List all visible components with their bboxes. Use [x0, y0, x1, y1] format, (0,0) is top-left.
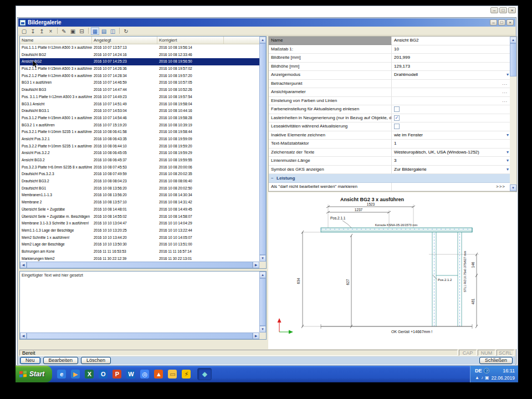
list-item[interactable]: Mem1.1-1.3 Lage der Beschläge2016 10 10 …	[20, 227, 259, 234]
scrollbar-thumb[interactable]	[27, 262, 253, 268]
edit-button[interactable]: Bearbeiten	[43, 357, 79, 364]
list-item[interactable]: Ansicht BG22016 10 07 14:25:232016 10 08…	[20, 58, 259, 65]
property-value[interactable]: ...	[392, 97, 510, 105]
word-icon[interactable]: W	[126, 370, 135, 378]
list-item[interactable]: Pos.3.1.2 Platte t=15mm A500 1 x ausführ…	[20, 115, 259, 122]
checkbox-unchecked[interactable]	[394, 106, 400, 112]
list-item[interactable]: Draufsicht BG12016 10 08 13:56:202016 10…	[20, 185, 259, 192]
ellipsis-button[interactable]: ...	[502, 80, 508, 88]
property-value[interactable]: Drahtmodell▾	[392, 71, 510, 79]
list-item[interactable]: Mem2 Lage der Beschläge2016 10 10 13:50:…	[20, 241, 259, 248]
cad-app-icon[interactable]: ▲	[154, 370, 163, 378]
table-view-icon[interactable]: ▦	[91, 27, 99, 35]
active-task-button[interactable]: ◆	[197, 368, 212, 380]
scrollbar-thumb[interactable]	[259, 43, 266, 255]
list-item[interactable]: Membranen1.1-1.32016 10 08 13:56:202016 …	[20, 192, 259, 199]
property-value[interactable]: 10	[392, 45, 510, 54]
delete-image-icon[interactable]: ×	[47, 27, 55, 35]
scroll-down-icon[interactable]: ▼	[510, 185, 516, 191]
dropdown-arrow-icon[interactable]: ▾	[507, 71, 509, 79]
chrome-icon[interactable]: ◎	[140, 370, 149, 378]
internet-explorer-icon[interactable]: e	[57, 370, 66, 378]
list-horizontal-scrollbar[interactable]: ◀ ▶	[20, 262, 259, 268]
list-item[interactable]: Übersicht Seile + Zugstäbe m. Beschlägen…	[20, 213, 259, 221]
import-image-icon[interactable]: ↧	[29, 27, 37, 35]
ellipsis-button[interactable]: ...	[502, 97, 508, 105]
property-value[interactable]: ✓	[392, 114, 510, 122]
property-value[interactable]: ...	[392, 80, 510, 88]
media-player-icon[interactable]: ▶	[71, 370, 80, 378]
dialog-titlebar[interactable]: Bildergalerie – □ ×	[18, 18, 515, 27]
dialog-minimize-button[interactable]: –	[490, 19, 497, 25]
scroll-up-icon[interactable]: ▲	[510, 37, 516, 43]
list-item[interactable]: Draufsicht BG3.12016 10 07 14:53:042016 …	[20, 108, 259, 115]
list-item[interactable]: Übersicht Seile + Zugstäbe2016 10 08 14:…	[20, 206, 259, 213]
dialog-restore-button[interactable]: □	[498, 19, 505, 25]
notes-vertical-scrollbar[interactable]: ▲ ▼	[259, 272, 266, 332]
list-item[interactable]: BG3.1 Ansicht2016 10 07 14:51:492016 10 …	[20, 101, 259, 108]
scroll-down-icon[interactable]: ▼	[259, 255, 266, 262]
scroll-left-icon[interactable]: ◀	[20, 332, 27, 339]
report-view-icon[interactable]: ◫	[109, 27, 117, 35]
column-header[interactable]: Angelegt	[92, 37, 157, 44]
refresh-icon[interactable]: ↻	[122, 27, 130, 35]
property-value[interactable]: Ansicht BG2	[392, 37, 510, 45]
gallery-view-icon[interactable]: ▤	[100, 27, 108, 35]
dialog-close-button[interactable]: ×	[507, 19, 514, 25]
list-item[interactable]: Ansicht Pos.3.2.22016 10 08 06:45:052016…	[20, 150, 259, 157]
scroll-up-icon[interactable]: ▲	[259, 37, 266, 43]
list-item[interactable]: Pos.1.1.1 Platte t=12mm A500 3 x ausführ…	[20, 44, 259, 52]
list-item[interactable]: Pos.2.1.1 Platte t=15mm A500 3 x ausführ…	[20, 65, 259, 73]
dropdown-arrow-icon[interactable]: ▾	[507, 166, 509, 174]
edit-icon[interactable]: ✎	[60, 27, 68, 35]
list-item[interactable]: Draufsicht Pos.3.2.32016 10 08 07:49:592…	[20, 171, 259, 178]
list-item[interactable]: Bohrungen am Kone2016 11 11 16:53:532016…	[20, 248, 259, 255]
column-header[interactable]: Name	[20, 37, 92, 44]
list-item[interactable]: Markierungen Mem22016 11 30 22:12:392016…	[20, 255, 259, 262]
scrollbar-thumb[interactable]	[259, 278, 266, 326]
list-item[interactable]: Membrane 22016 10 08 13:57:102016 10 08 …	[20, 199, 259, 206]
scrollbar-thumb[interactable]	[510, 43, 516, 76]
minimize-button[interactable]: –	[490, 7, 498, 13]
list-item[interactable]: Pos.3.2.2 Platte t=10mm S235 1 x ausführ…	[20, 143, 259, 150]
stamp-icon[interactable]: ▣	[69, 27, 77, 35]
delete-button[interactable]: Löschen	[81, 357, 111, 364]
scrollbar-thumb[interactable]	[27, 332, 253, 339]
property-value[interactable]	[392, 105, 510, 114]
list-item[interactable]: Pos.3.2.1 Platte t=10mm S235 1 x ausführ…	[20, 129, 259, 136]
list-item[interactable]: Pos.2.1.2 Platte t=12mm A500 6 x ausführ…	[20, 73, 259, 80]
list-item[interactable]: Draufsicht BG32016 10 07 14:47:442016 10…	[20, 86, 259, 94]
eject-icon[interactable]: ▲	[475, 375, 479, 381]
ellipsis-button[interactable]: ...	[502, 88, 508, 96]
display-icon[interactable]: ▣	[485, 375, 489, 381]
scroll-left-icon[interactable]: ◀	[20, 262, 27, 268]
property-value[interactable]: 129,173	[392, 63, 510, 71]
outlook-icon[interactable]: O	[99, 370, 108, 378]
new-image-icon[interactable]: ▢	[20, 27, 28, 35]
restore-button[interactable]: □	[499, 7, 507, 13]
checkbox-unchecked[interactable]	[394, 124, 400, 129]
scroll-up-icon[interactable]: ▲	[259, 272, 266, 278]
property-value[interactable]: 201,999	[392, 54, 510, 62]
help-icon[interactable]: ?	[484, 368, 489, 374]
list-item[interactable]: BG3 1 x ausführen2016 10 07 14:46:592016…	[20, 79, 259, 86]
allplan-icon[interactable]: ⚡	[182, 370, 191, 378]
property-value[interactable]	[392, 122, 510, 131]
excel-icon[interactable]: X	[85, 370, 94, 378]
new-button[interactable]: Neu	[20, 357, 40, 364]
list-item[interactable]: Pos.3.2.3 Platte t=6.0mm S235 8 x ausfüh…	[20, 164, 259, 171]
scroll-down-icon[interactable]: ▼	[259, 326, 266, 332]
column-header[interactable]: Korrigiert	[157, 37, 224, 44]
property-value[interactable]: Westeuropäisch, UK, USA (Windows-1252)▾	[392, 149, 510, 157]
scroll-right-icon[interactable]: ▶	[253, 262, 259, 268]
property-value[interactable]: Zur Bildergalerie▾	[392, 166, 510, 174]
scroll-right-icon[interactable]: ▶	[253, 332, 259, 339]
folder-icon[interactable]: ▭	[168, 370, 177, 378]
dropdown-arrow-icon[interactable]: ▾	[507, 131, 509, 140]
list-item[interactable]: Draufsicht BG22016 10 07 14:24:162016 10…	[20, 52, 259, 59]
dropdown-arrow-icon[interactable]: ▾	[507, 157, 509, 165]
dropdown-arrow-icon[interactable]: ▾	[507, 149, 509, 157]
print-icon[interactable]: ⊟	[78, 27, 86, 35]
powerpoint-icon[interactable]: P	[112, 370, 121, 378]
property-value[interactable]: 1	[392, 140, 510, 148]
